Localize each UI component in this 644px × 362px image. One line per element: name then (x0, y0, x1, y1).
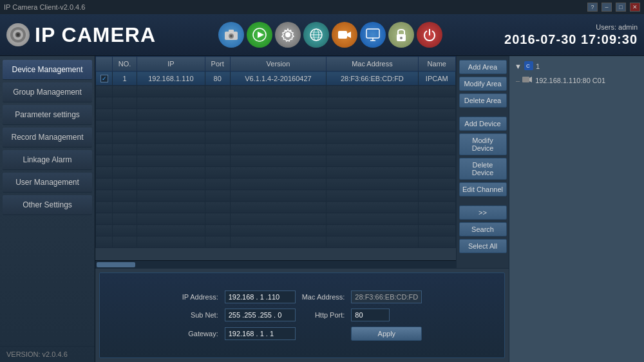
collapse-icon[interactable]: ▼ (515, 62, 522, 70)
sidebar-item-other-settings[interactable]: Other Settings (3, 195, 92, 215)
add-device-button[interactable]: Add Device (459, 117, 507, 131)
http-port-label: Http Port: (302, 311, 345, 319)
row-version: V6.1.1.4-2-20160427 (230, 71, 327, 86)
table-row (96, 155, 456, 167)
settings-toolbar-icon[interactable] (275, 22, 301, 48)
svg-rect-16 (338, 31, 347, 39)
ip-address-label: IP Address: (182, 293, 218, 301)
main: Device Management Group Management Param… (0, 56, 644, 362)
gateway-input[interactable] (225, 327, 296, 340)
table-scroll-thumb[interactable] (97, 262, 135, 267)
camera-toolbar-icon[interactable] (218, 22, 244, 48)
right-panel: ▼ C 1 – 192.168.1.110:80 C01 (509, 56, 644, 362)
camera-small-icon (522, 76, 533, 85)
logo-text: IP CAMERA (35, 23, 156, 47)
title-bar: IP Camera Client-v2.0.4.6 ? – □ ✕ (0, 0, 644, 14)
gateway-label: Gateway: (182, 330, 218, 338)
delete-device-button[interactable]: Delete Device (459, 158, 507, 180)
row-name: IPCAM (418, 71, 455, 86)
col-name: Name (418, 57, 455, 71)
table-row (96, 144, 456, 155)
header-right: Users: admin 2016-07-30 17:09:30 (504, 23, 638, 47)
table-row (96, 178, 456, 190)
device-table: NO. IP Port Version Mac Address Name (95, 56, 456, 248)
info-form: IP Address: Mac Address: Sub Net: Http P… (182, 291, 422, 341)
table-row (96, 120, 456, 132)
modify-device-button[interactable]: Modify Device (459, 133, 507, 155)
svg-marker-9 (258, 32, 264, 38)
lock-toolbar-icon[interactable] (388, 22, 414, 48)
row-checkbox-cell[interactable] (96, 71, 113, 86)
table-row (96, 132, 456, 144)
table-row (96, 213, 456, 225)
users-label: Users: admin (504, 23, 638, 31)
col-mac: Mac Address (327, 57, 418, 71)
row-checkbox[interactable] (100, 75, 108, 82)
svg-rect-18 (366, 29, 379, 38)
apply-button[interactable]: Apply (351, 327, 422, 341)
table-row (96, 202, 456, 213)
sidebar-item-record-management[interactable]: Record Management (3, 128, 92, 148)
svg-point-10 (285, 32, 290, 37)
title-bar-controls: ? – □ ✕ (587, 3, 640, 12)
tree-item[interactable]: – 192.168.1.110:80 C01 (512, 74, 641, 87)
maximize-button[interactable]: □ (616, 3, 626, 12)
row-mac: 28:F3:66:EB:CD:FD (327, 71, 418, 86)
help-button[interactable]: ? (587, 3, 598, 12)
table-row (96, 97, 456, 109)
logo: IP CAMERA (6, 23, 156, 47)
sidebar-item-device-management[interactable]: Device Management (3, 60, 92, 80)
http-port-input[interactable] (351, 309, 390, 321)
table-row (96, 109, 456, 120)
select-all-button[interactable]: Select All (459, 239, 507, 253)
sidebar-item-group-management[interactable]: Group Management (3, 82, 92, 102)
search-button[interactable]: Search (459, 222, 507, 236)
add-area-button[interactable]: Add Area (459, 60, 507, 74)
power-toolbar-icon[interactable] (417, 22, 442, 48)
col-no: NO. (113, 57, 137, 71)
globe-toolbar-icon[interactable] (303, 22, 329, 48)
modify-area-button[interactable]: Modify Area (459, 77, 507, 91)
svg-point-22 (400, 37, 402, 39)
record-toolbar-icon[interactable] (332, 22, 357, 48)
sidebar-item-linkage-alarm[interactable]: Linkage Alarm (3, 150, 92, 170)
toolbar-icons (218, 22, 442, 48)
play-toolbar-icon[interactable] (247, 22, 272, 48)
col-ip: IP (137, 57, 205, 71)
logo-icon (6, 23, 30, 46)
table-row (96, 167, 456, 178)
content: NO. IP Port Version Mac Address Name (95, 56, 509, 362)
header: IP CAMERA (0, 14, 644, 56)
col-checkbox (96, 57, 113, 71)
close-button[interactable]: ✕ (630, 3, 640, 12)
expand-button[interactable]: >> (459, 205, 507, 220)
device-area: NO. IP Port Version Mac Address Name (95, 56, 509, 269)
col-version: Version (230, 57, 327, 71)
mac-address-label: Mac Address: (302, 293, 345, 301)
area-icon: C (524, 61, 533, 71)
subnet-input[interactable] (225, 309, 296, 321)
svg-text:C: C (526, 63, 530, 69)
sidebar-item-parameter-settings[interactable]: Parameter settings (3, 105, 92, 125)
table-row (96, 236, 456, 248)
device-table-wrapper: NO. IP Port Version Mac Address Name (95, 56, 456, 268)
row-no: 1 (113, 71, 137, 86)
table-row[interactable]: 1 192.168.1.110 80 V6.1.1.4-2-20160427 2… (96, 71, 456, 86)
sidebar: Device Management Group Management Param… (0, 56, 95, 362)
datetime: 2016-07-30 17:09:30 (504, 32, 638, 47)
subnet-label: Sub Net: (182, 311, 218, 319)
row-port: 80 (205, 71, 230, 86)
device-table-body: 1 192.168.1.110 80 V6.1.1.4-2-20160427 2… (96, 71, 456, 248)
tree-expand-icon: – (516, 77, 520, 84)
edit-channel-button[interactable]: Edit Channel (459, 182, 507, 196)
minimize-button[interactable]: – (601, 3, 612, 12)
info-panel: IP Address: Mac Address: Sub Net: Http P… (99, 272, 505, 358)
svg-marker-17 (347, 32, 351, 38)
ip-address-input[interactable] (225, 291, 296, 303)
sidebar-item-user-management[interactable]: User Management (3, 173, 92, 193)
table-row (96, 86, 456, 97)
table-row (96, 190, 456, 202)
monitor-toolbar-icon[interactable] (360, 22, 386, 48)
table-scrollbar[interactable] (95, 260, 456, 268)
delete-area-button[interactable]: Delete Area (459, 93, 507, 108)
